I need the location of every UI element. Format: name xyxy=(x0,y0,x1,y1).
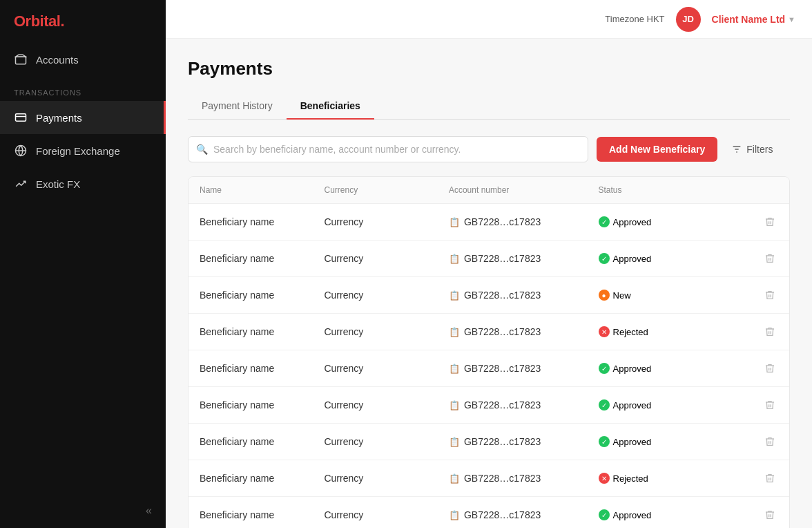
account-number: 📋 GB7228…c17823 xyxy=(449,436,599,447)
add-beneficiary-button[interactable]: Add New Beneficiary xyxy=(597,137,717,162)
sidebar-bottom: « xyxy=(0,493,166,528)
exotic-fx-label: Exotic FX xyxy=(36,178,80,190)
beneficiary-name: Beneficiary name xyxy=(200,216,324,227)
page-content: Payments Payment History Beneficiaries 🔍… xyxy=(166,39,812,528)
sidebar-item-forex[interactable]: Foreign Exchange xyxy=(0,134,166,167)
sidebar-item-payments[interactable]: Payments xyxy=(0,101,166,134)
col-name: Name xyxy=(200,185,324,195)
search-wrapper: 🔍 xyxy=(188,136,588,162)
status-badge: ● New xyxy=(599,290,723,301)
account-number: 📋 GB7228…c17823 xyxy=(449,326,599,337)
account-number: 📋 GB7228…c17823 xyxy=(449,473,599,484)
page-title: Payments xyxy=(188,58,790,79)
copy-icon: 📋 xyxy=(449,290,460,301)
beneficiary-currency: Currency xyxy=(324,436,448,447)
account-number: 📋 GB7228…c17823 xyxy=(449,363,599,374)
forex-label: Foreign Exchange xyxy=(36,145,120,157)
chevron-down-icon: ▼ xyxy=(788,15,795,23)
filters-button[interactable]: Filters xyxy=(726,137,778,162)
delete-button[interactable] xyxy=(723,360,778,377)
accounts-icon xyxy=(14,53,28,66)
delete-button[interactable] xyxy=(723,507,778,523)
trash-icon xyxy=(764,290,775,301)
table-row[interactable]: Beneficiary name Currency 📋 GB7228…c1782… xyxy=(188,387,789,424)
status-dot: ✓ xyxy=(599,436,610,447)
beneficiary-name: Beneficiary name xyxy=(200,253,324,264)
status-text: Approved xyxy=(613,510,652,520)
table-body: Beneficiary name Currency 📋 GB7228…c1782… xyxy=(188,204,789,528)
sidebar-item-exotic-fx[interactable]: Exotic FX xyxy=(0,167,166,200)
status-badge: ✓ Approved xyxy=(599,509,723,520)
delete-button[interactable] xyxy=(723,287,778,303)
table-row[interactable]: Beneficiary name Currency 📋 GB7228…c1782… xyxy=(188,314,789,350)
copy-icon: 📋 xyxy=(449,437,460,447)
toolbar: 🔍 Add New Beneficiary Filters xyxy=(188,136,790,162)
beneficiary-currency: Currency xyxy=(324,253,448,264)
tab-beneficiaries[interactable]: Beneficiaries xyxy=(287,93,374,120)
sidebar: Orbital. Accounts TRANSACTIONS Payments … xyxy=(0,0,166,528)
app-logo: Orbital. xyxy=(0,0,166,43)
status-dot: ✕ xyxy=(599,326,610,337)
beneficiaries-table: Name Currency Account number Status Bene… xyxy=(188,176,790,528)
sidebar-item-accounts[interactable]: Accounts xyxy=(0,43,166,76)
status-text: Approved xyxy=(613,437,652,447)
copy-icon: 📋 xyxy=(449,510,460,520)
trash-icon xyxy=(764,326,775,337)
table-row[interactable]: Beneficiary name Currency 📋 GB7228…c1782… xyxy=(188,424,789,460)
payments-icon xyxy=(14,111,28,124)
search-input[interactable] xyxy=(188,136,588,162)
status-text: Rejected xyxy=(613,473,648,484)
copy-icon: 📋 xyxy=(449,473,460,484)
beneficiary-currency: Currency xyxy=(324,473,448,484)
beneficiary-currency: Currency xyxy=(324,509,448,520)
status-badge: ✓ Approved xyxy=(599,253,723,264)
table-row[interactable]: Beneficiary name Currency 📋 GB7228…c1782… xyxy=(188,350,789,387)
tab-payment-history[interactable]: Payment History xyxy=(188,93,287,120)
svg-rect-0 xyxy=(16,57,26,64)
trash-icon xyxy=(764,399,775,411)
status-badge: ✓ Approved xyxy=(599,216,723,227)
beneficiary-currency: Currency xyxy=(324,326,448,337)
account-number: 📋 GB7228…c17823 xyxy=(449,253,599,264)
header: Timezone HKT JD Client Name Ltd ▼ xyxy=(166,0,812,39)
account-number: 📋 GB7228…c17823 xyxy=(449,509,599,520)
status-dot: ✓ xyxy=(599,363,610,374)
delete-button[interactable] xyxy=(723,214,778,230)
beneficiary-currency: Currency xyxy=(324,290,448,301)
table-row[interactable]: Beneficiary name Currency 📋 GB7228…c1782… xyxy=(188,497,789,528)
status-badge: ✓ Approved xyxy=(599,436,723,447)
status-dot: ✕ xyxy=(599,473,610,484)
copy-icon: 📋 xyxy=(449,254,460,264)
beneficiary-name: Beneficiary name xyxy=(200,326,324,337)
delete-button[interactable] xyxy=(723,470,778,487)
status-badge: ✕ Rejected xyxy=(599,326,723,337)
avatar: JD xyxy=(676,7,701,32)
collapse-button[interactable]: « xyxy=(146,505,152,517)
trash-icon xyxy=(764,436,775,447)
delete-button[interactable] xyxy=(723,250,778,267)
status-dot: ✓ xyxy=(599,216,610,227)
delete-button[interactable] xyxy=(723,323,778,340)
status-dot: ✓ xyxy=(599,399,610,411)
beneficiary-name: Beneficiary name xyxy=(200,436,324,447)
delete-button[interactable] xyxy=(723,433,778,450)
status-dot: ✓ xyxy=(599,253,610,264)
beneficiary-name: Beneficiary name xyxy=(200,473,324,484)
table-row[interactable]: Beneficiary name Currency 📋 GB7228…c1782… xyxy=(188,204,789,241)
table-row[interactable]: Beneficiary name Currency 📋 GB7228…c1782… xyxy=(188,241,789,277)
col-account: Account number xyxy=(449,185,599,195)
status-text: Rejected xyxy=(613,327,648,337)
account-number: 📋 GB7228…c17823 xyxy=(449,216,599,227)
client-name[interactable]: Client Name Ltd ▼ xyxy=(712,14,795,25)
tabs-container: Payment History Beneficiaries xyxy=(188,93,790,120)
account-number: 📋 GB7228…c17823 xyxy=(449,290,599,301)
svg-rect-1 xyxy=(16,114,26,122)
status-text: Approved xyxy=(613,364,652,374)
status-badge: ✓ Approved xyxy=(599,363,723,374)
status-text: Approved xyxy=(613,254,652,264)
table-row[interactable]: Beneficiary name Currency 📋 GB7228…c1782… xyxy=(188,277,789,314)
search-icon: 🔍 xyxy=(196,144,208,155)
delete-button[interactable] xyxy=(723,397,778,413)
col-currency: Currency xyxy=(324,185,448,195)
table-row[interactable]: Beneficiary name Currency 📋 GB7228…c1782… xyxy=(188,460,789,497)
